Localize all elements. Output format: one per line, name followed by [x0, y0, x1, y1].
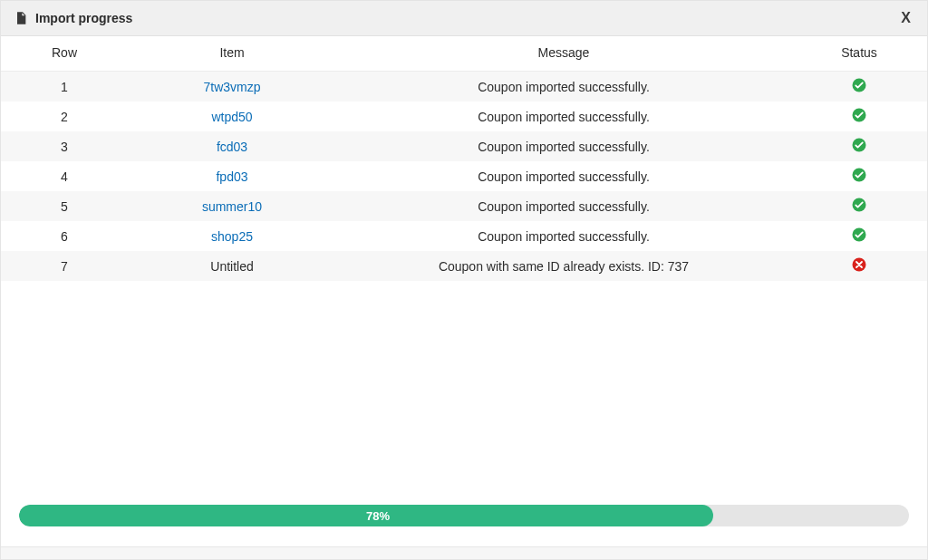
- cell-status: [791, 161, 927, 191]
- item-link[interactable]: fpd03: [216, 169, 247, 184]
- cell-item: fpd03: [128, 161, 336, 191]
- import-progress-dialog: Import progress X Row Item Message Statu…: [0, 0, 928, 560]
- cell-row-number: 3: [1, 131, 128, 161]
- table-header-row: Row Item Message Status: [1, 36, 927, 72]
- cell-status: [791, 101, 927, 131]
- cell-row-number: 7: [1, 251, 128, 281]
- dialog-footer-bar: [1, 546, 927, 559]
- cell-item: shop25: [128, 221, 336, 251]
- cell-item: wtpd50: [128, 101, 336, 131]
- table-row: 4fpd03Coupon imported successfully.: [1, 161, 927, 191]
- item-link[interactable]: shop25: [211, 229, 253, 244]
- cell-status: [791, 131, 927, 161]
- item-text: Untitled: [210, 259, 253, 274]
- cell-row-number: 2: [1, 101, 128, 131]
- import-table: Row Item Message Status 17tw3vmzpCoupon …: [1, 36, 927, 281]
- progress-bar: 78%: [19, 505, 909, 526]
- table-row: 17tw3vmzpCoupon imported successfully.: [1, 72, 927, 102]
- cell-message: Coupon imported successfully.: [336, 161, 791, 191]
- cell-item: 7tw3vmzp: [128, 72, 336, 102]
- cell-row-number: 5: [1, 191, 128, 221]
- success-icon: [851, 137, 867, 153]
- cell-row-number: 1: [1, 72, 128, 102]
- table-row: 6shop25Coupon imported successfully.: [1, 221, 927, 251]
- progress-bar-fill: [19, 505, 713, 526]
- dialog-title: Import progress: [35, 11, 132, 25]
- item-link[interactable]: 7tw3vmzp: [203, 80, 260, 94]
- item-link[interactable]: wtpd50: [211, 110, 252, 124]
- success-icon: [851, 227, 867, 243]
- cell-status: [791, 191, 927, 221]
- col-header-status: Status: [791, 36, 927, 72]
- table-row: 2wtpd50Coupon imported successfully.: [1, 101, 927, 131]
- cell-message: Coupon imported successfully.: [336, 101, 791, 131]
- col-header-item: Item: [128, 36, 336, 72]
- item-link[interactable]: fcd03: [217, 140, 247, 154]
- success-icon: [851, 197, 867, 213]
- cell-message: Coupon with same ID already exists. ID: …: [336, 251, 791, 281]
- col-header-row: Row: [1, 36, 128, 72]
- cell-message: Coupon imported successfully.: [336, 221, 791, 251]
- cell-item: summer10: [128, 191, 336, 221]
- cell-status: [791, 72, 927, 102]
- table-row: 3fcd03Coupon imported successfully.: [1, 131, 927, 161]
- document-icon: [14, 11, 28, 25]
- cell-item: fcd03: [128, 131, 336, 161]
- cell-row-number: 4: [1, 161, 128, 191]
- success-icon: [851, 107, 867, 123]
- cell-message: Coupon imported successfully.: [336, 131, 791, 161]
- cell-message: Coupon imported successfully.: [336, 72, 791, 102]
- cell-message: Coupon imported successfully.: [336, 191, 791, 221]
- table-row: 7UntitledCoupon with same ID already exi…: [1, 251, 927, 281]
- cell-status: [791, 251, 927, 281]
- success-icon: [851, 167, 867, 183]
- cell-item: Untitled: [128, 251, 336, 281]
- item-link[interactable]: summer10: [202, 199, 262, 214]
- table-row: 5summer10Coupon imported successfully.: [1, 191, 927, 221]
- cell-status: [791, 221, 927, 251]
- import-table-container: Row Item Message Status 17tw3vmzpCoupon …: [1, 36, 927, 488]
- success-icon: [851, 77, 867, 93]
- progress-section: 78%: [1, 488, 927, 546]
- cell-row-number: 6: [1, 221, 128, 251]
- col-header-message: Message: [336, 36, 791, 72]
- dialog-header: Import progress X: [1, 1, 927, 36]
- close-button[interactable]: X: [897, 10, 914, 26]
- error-icon: [851, 256, 867, 273]
